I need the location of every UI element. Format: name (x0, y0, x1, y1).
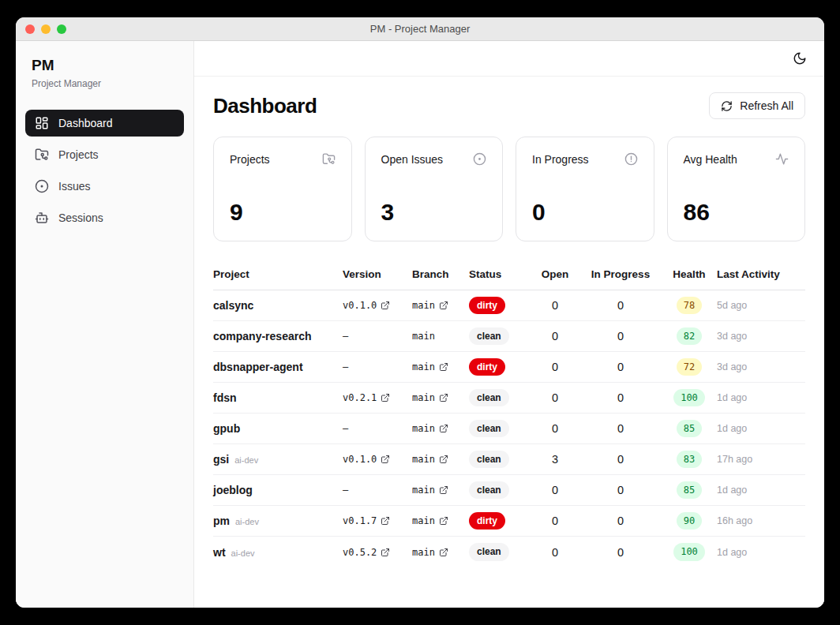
branch-cell: main (412, 331, 469, 342)
project-name[interactable]: wt (213, 546, 226, 559)
project-cell: joeblog (213, 484, 343, 496)
open-count: 0 (531, 299, 579, 312)
in-progress-count: 0 (579, 361, 662, 373)
stat-value: 0 (532, 199, 638, 226)
external-link-icon[interactable] (439, 393, 448, 402)
version-text: – (343, 331, 348, 342)
column-header-in-progress: In Progress (579, 268, 662, 280)
window-title: PM - Project Manager (16, 23, 824, 35)
sidebar-item-issues[interactable]: Issues (25, 173, 184, 200)
column-header-branch: Branch (412, 268, 469, 280)
project-name[interactable]: pm (213, 515, 230, 527)
project-name[interactable]: joeblog (213, 484, 253, 496)
external-link-icon[interactable] (381, 301, 390, 310)
in-progress-count: 0 (579, 484, 662, 496)
stat-card-avg-health: Avg Health 86 (667, 137, 806, 241)
branch-cell: main (412, 300, 469, 311)
project-name[interactable]: gsi (213, 453, 229, 466)
status-cell: clean (469, 543, 531, 560)
project-name[interactable]: calsync (213, 299, 253, 312)
close-window-icon[interactable] (25, 24, 35, 34)
status-cell: clean (469, 481, 531, 499)
project-name[interactable]: dbsnapper-agent (213, 361, 303, 373)
stat-value: 3 (381, 199, 487, 226)
external-link-icon[interactable] (439, 455, 448, 464)
last-activity: 1d ago (717, 547, 805, 558)
table-row[interactable]: company-research – main clean 0 0 82 3d … (213, 321, 805, 352)
table-row[interactable]: calsync v0.1.0 main dirty 0 0 78 5d ago (213, 290, 805, 321)
external-link-icon[interactable] (439, 362, 448, 372)
titlebar: PM - Project Manager (16, 17, 824, 41)
version-cell: v0.1.7 (343, 515, 412, 526)
in-progress-count: 0 (579, 391, 662, 404)
external-link-icon[interactable] (439, 516, 448, 526)
stat-label: Projects (230, 153, 270, 166)
moon-icon[interactable] (793, 51, 807, 65)
table-row[interactable]: gpub – main clean 0 0 85 1d ago (213, 414, 805, 444)
table-row[interactable]: joeblog – main clean 0 0 85 1d ago (213, 475, 805, 506)
project-name[interactable]: gpub (213, 422, 240, 435)
version-cell: v0.5.2 (343, 547, 412, 558)
project-name[interactable]: fdsn (213, 391, 237, 404)
sidebar-item-dashboard[interactable]: Dashboard (25, 110, 184, 137)
layout-dashboard-icon (35, 116, 49, 130)
external-link-icon[interactable] (381, 516, 390, 526)
project-name[interactable]: company-research (213, 330, 312, 342)
app-window: PM - Project Manager PM Project Manager … (16, 17, 824, 608)
health-cell: 85 (662, 420, 717, 437)
health-badge: 83 (677, 451, 702, 468)
health-badge: 78 (677, 297, 702, 314)
page-title: Dashboard (213, 94, 317, 118)
version-cell: v0.2.1 (343, 392, 412, 403)
status-cell: clean (469, 389, 531, 406)
table-row[interactable]: wtai-dev v0.5.2 main clean 0 0 100 1d ag… (213, 537, 805, 567)
table-row[interactable]: pmai-dev v0.1.7 main dirty 0 0 90 16h ag… (213, 506, 805, 537)
activity-icon (775, 152, 789, 166)
last-activity: 1d ago (717, 392, 805, 403)
status-cell: dirty (469, 297, 531, 314)
in-progress-count: 0 (579, 422, 662, 435)
dashboard-content: Dashboard Refresh All Projects 9 (194, 77, 824, 608)
zoom-window-icon[interactable] (57, 24, 66, 34)
external-link-icon[interactable] (381, 548, 390, 557)
sidebar-item-label: Issues (58, 180, 90, 193)
version-text: v0.1.0 (343, 300, 377, 311)
table-body: calsync v0.1.0 main dirty 0 0 78 5d ago … (213, 290, 805, 567)
project-cell: company-research (213, 330, 343, 342)
external-link-icon[interactable] (381, 455, 390, 464)
refresh-all-button[interactable]: Refresh All (709, 92, 805, 119)
sidebar-nav: Dashboard Projects Issues Sessions (16, 102, 193, 239)
external-link-icon[interactable] (439, 548, 448, 557)
in-progress-count: 0 (579, 330, 662, 342)
branch-cell: main (412, 392, 469, 403)
project-cell: fdsn (213, 391, 343, 404)
status-badge: clean (469, 420, 509, 437)
status-cell: clean (469, 327, 531, 345)
sidebar: PM Project Manager Dashboard Projects Is… (16, 41, 194, 608)
refresh-icon (721, 100, 733, 112)
table-row[interactable]: fdsn v0.2.1 main clean 0 0 100 1d ago (213, 383, 805, 414)
table-row[interactable]: gsiai-dev v0.1.0 main clean 3 0 83 17h a… (213, 444, 805, 475)
stat-value: 9 (230, 199, 336, 226)
project-cell: gsiai-dev (213, 453, 343, 466)
status-badge: dirty (469, 297, 505, 314)
last-activity: 1d ago (717, 485, 805, 496)
open-count: 3 (531, 453, 579, 466)
table-row[interactable]: dbsnapper-agent – main dirty 0 0 72 3d a… (213, 352, 805, 383)
project-cell: wtai-dev (213, 546, 343, 559)
sidebar-item-projects[interactable]: Projects (25, 141, 184, 168)
external-link-icon[interactable] (439, 301, 448, 310)
external-link-icon[interactable] (439, 424, 448, 433)
project-cell: dbsnapper-agent (213, 361, 343, 373)
sidebar-item-sessions[interactable]: Sessions (25, 204, 184, 231)
branch-text: main (412, 485, 435, 496)
circle-dot-icon (35, 179, 49, 193)
health-badge: 100 (673, 543, 705, 560)
minimize-window-icon[interactable] (41, 24, 51, 34)
health-badge: 100 (673, 389, 705, 406)
branch-text: main (412, 423, 435, 434)
external-link-icon[interactable] (439, 485, 448, 495)
external-link-icon[interactable] (381, 393, 390, 402)
branch-cell: main (412, 485, 469, 496)
last-activity: 1d ago (717, 423, 805, 434)
